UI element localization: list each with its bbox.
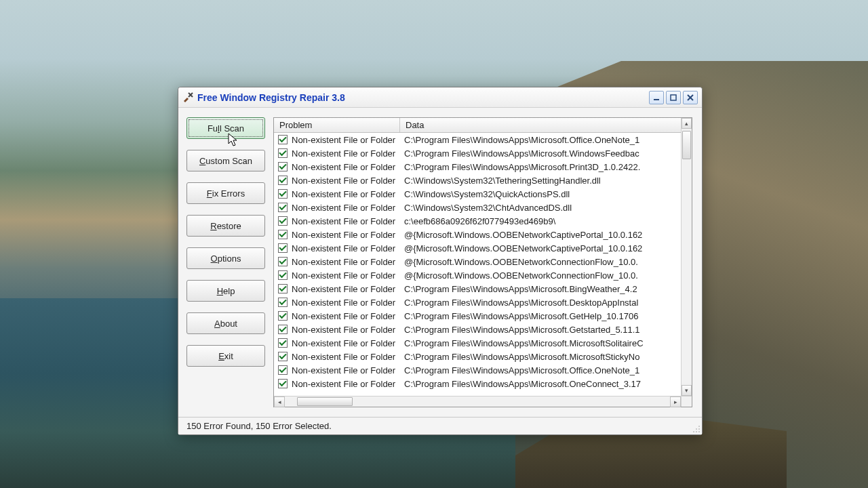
- close-button[interactable]: [683, 91, 698, 104]
- table-row[interactable]: Non-existent File or FolderC:\Program Fi…: [274, 350, 692, 363]
- row-checkbox[interactable]: [278, 338, 288, 348]
- cell-problem: Non-existent File or Folder: [292, 203, 404, 213]
- rows-container: Non-existent File or FolderC:\Program Fi…: [274, 133, 692, 407]
- resize-grip-icon[interactable]: [691, 424, 701, 433]
- sidebar-button-exit[interactable]: Exit: [186, 345, 265, 367]
- column-header-problem[interactable]: Problem: [274, 118, 400, 132]
- table-row[interactable]: Non-existent File or FolderC:\Program Fi…: [274, 133, 692, 146]
- vertical-scrollbar[interactable]: ▴ ▾: [681, 118, 692, 396]
- cell-problem: Non-existent File or Folder: [292, 325, 404, 335]
- table-row[interactable]: Non-existent File or Folder@{Microsoft.W…: [274, 268, 692, 282]
- svg-point-3: [698, 428, 700, 430]
- row-checkbox[interactable]: [278, 257, 288, 266]
- svg-point-6: [696, 431, 697, 432]
- table-row[interactable]: Non-existent File or Folderc:\eefb686a09…: [274, 214, 692, 228]
- table-row[interactable]: Non-existent File or FolderC:\Windows\Sy…: [274, 174, 692, 187]
- cell-data: @{Microsoft.Windows.OOBENetworkCaptivePo…: [404, 243, 692, 253]
- row-checkbox[interactable]: [278, 135, 288, 144]
- scroll-down-button[interactable]: ▾: [682, 385, 692, 396]
- cell-data: C:\Program Files\WindowsApps\Microsoft.G…: [404, 311, 692, 321]
- cell-problem: Non-existent File or Folder: [292, 311, 404, 321]
- cell-problem: Non-existent File or Folder: [292, 176, 404, 186]
- titlebar[interactable]: Free Window Registry Repair 3.8: [178, 87, 702, 108]
- table-row[interactable]: Non-existent File or FolderC:\Program Fi…: [274, 323, 692, 336]
- sidebar-button-full-scan[interactable]: Full Scan: [186, 117, 265, 139]
- cell-problem: Non-existent File or Folder: [292, 230, 404, 240]
- cell-data: @{Microsoft.Windows.OOBENetworkConnectio…: [404, 257, 692, 267]
- row-checkbox[interactable]: [278, 189, 288, 199]
- cell-problem: Non-existent File or Folder: [292, 243, 404, 253]
- cell-problem: Non-existent File or Folder: [292, 162, 404, 172]
- row-checkbox[interactable]: [278, 162, 288, 171]
- cell-problem: Non-existent File or Folder: [292, 270, 404, 281]
- row-checkbox[interactable]: [278, 148, 288, 158]
- svg-point-2: [698, 426, 700, 427]
- sidebar-button-fix-errors[interactable]: Fix Errors: [186, 182, 265, 204]
- scroll-corner: [681, 396, 692, 407]
- cell-data: C:\Program Files\WindowsApps\Microsoft.O…: [404, 135, 692, 145]
- svg-rect-1: [671, 95, 676, 100]
- cell-data: C:\Program Files\WindowsApps\Microsoft.D…: [404, 298, 692, 308]
- minimize-button[interactable]: [649, 91, 664, 104]
- cell-data: C:\Program Files\WindowsApps\Microsoft.M…: [404, 338, 692, 348]
- row-checkbox[interactable]: [278, 284, 288, 293]
- table-row[interactable]: Non-existent File or FolderC:\Program Fi…: [274, 309, 692, 323]
- horizontal-scroll-thumb[interactable]: [297, 397, 353, 406]
- row-checkbox[interactable]: [278, 379, 288, 388]
- sidebar: Full ScanCustom ScanFix ErrorsRestoreOpt…: [178, 108, 273, 417]
- row-checkbox[interactable]: [278, 203, 288, 212]
- table-row[interactable]: Non-existent File or FolderC:\Program Fi…: [274, 296, 692, 309]
- sidebar-button-restore[interactable]: Restore: [186, 215, 265, 237]
- cell-problem: Non-existent File or Folder: [292, 338, 404, 348]
- app-icon: [182, 92, 193, 103]
- table-row[interactable]: Non-existent File or Folder@{Microsoft.W…: [274, 241, 692, 255]
- row-checkbox[interactable]: [278, 176, 288, 185]
- maximize-button[interactable]: [666, 91, 681, 104]
- row-checkbox[interactable]: [278, 270, 288, 280]
- table-row[interactable]: Non-existent File or FolderC:\Windows\Sy…: [274, 201, 692, 214]
- sidebar-button-options[interactable]: Options: [186, 247, 265, 269]
- cell-problem: Non-existent File or Folder: [292, 298, 404, 308]
- table-row[interactable]: Non-existent File or FolderC:\Program Fi…: [274, 336, 692, 350]
- row-checkbox[interactable]: [278, 325, 288, 334]
- cell-data: C:\Program Files\WindowsApps\Microsoft.M…: [404, 352, 692, 362]
- row-checkbox[interactable]: [278, 311, 288, 321]
- column-header-data[interactable]: Data: [400, 118, 692, 132]
- table-row[interactable]: Non-existent File or FolderC:\Windows\Sy…: [274, 187, 692, 201]
- table-row[interactable]: Non-existent File or FolderC:\Program Fi…: [274, 377, 692, 390]
- row-checkbox[interactable]: [278, 352, 288, 361]
- scroll-left-button[interactable]: ◂: [274, 396, 285, 407]
- svg-point-7: [693, 431, 694, 432]
- svg-point-4: [698, 431, 700, 432]
- table-row[interactable]: Non-existent File or FolderC:\Program Fi…: [274, 363, 692, 377]
- horizontal-scrollbar[interactable]: ◂ ▸: [274, 396, 681, 407]
- sidebar-button-help[interactable]: Help: [186, 280, 265, 302]
- vertical-scroll-track[interactable]: [682, 129, 692, 385]
- table-row[interactable]: Non-existent File or Folder@{Microsoft.W…: [274, 255, 692, 268]
- table-row[interactable]: Non-existent File or Folder@{Microsoft.W…: [274, 228, 692, 241]
- row-checkbox[interactable]: [278, 298, 288, 307]
- vertical-scroll-thumb[interactable]: [682, 131, 691, 159]
- row-checkbox[interactable]: [278, 365, 288, 375]
- cell-problem: Non-existent File or Folder: [292, 379, 404, 389]
- cell-data: C:\Program Files\WindowsApps\Microsoft.P…: [404, 162, 692, 172]
- cell-data: C:\Program Files\WindowsApps\Microsoft.W…: [404, 148, 692, 159]
- window-title: Free Window Registry Repair 3.8: [197, 92, 649, 103]
- svg-point-5: [696, 428, 697, 430]
- table-row[interactable]: Non-existent File or FolderC:\Program Fi…: [274, 160, 692, 174]
- scroll-up-button[interactable]: ▴: [682, 118, 692, 129]
- sidebar-button-custom-scan[interactable]: Custom Scan: [186, 150, 265, 171]
- row-checkbox[interactable]: [278, 243, 288, 253]
- table-row[interactable]: Non-existent File or FolderC:\Program Fi…: [274, 146, 692, 160]
- sidebar-button-about[interactable]: About: [186, 312, 265, 334]
- table-row[interactable]: Non-existent File or FolderC:\Program Fi…: [274, 282, 692, 296]
- cell-problem: Non-existent File or Folder: [292, 216, 404, 226]
- cell-data: C:\Windows\System32\QuickActionsPS.dll: [404, 189, 692, 199]
- column-headers: Problem Data: [274, 118, 692, 133]
- row-checkbox[interactable]: [278, 230, 288, 239]
- scroll-right-button[interactable]: ▸: [670, 396, 681, 407]
- cell-data: @{Microsoft.Windows.OOBENetworkConnectio…: [404, 270, 692, 281]
- cursor-icon: [228, 133, 239, 148]
- horizontal-scroll-track[interactable]: [285, 396, 670, 407]
- row-checkbox[interactable]: [278, 216, 288, 226]
